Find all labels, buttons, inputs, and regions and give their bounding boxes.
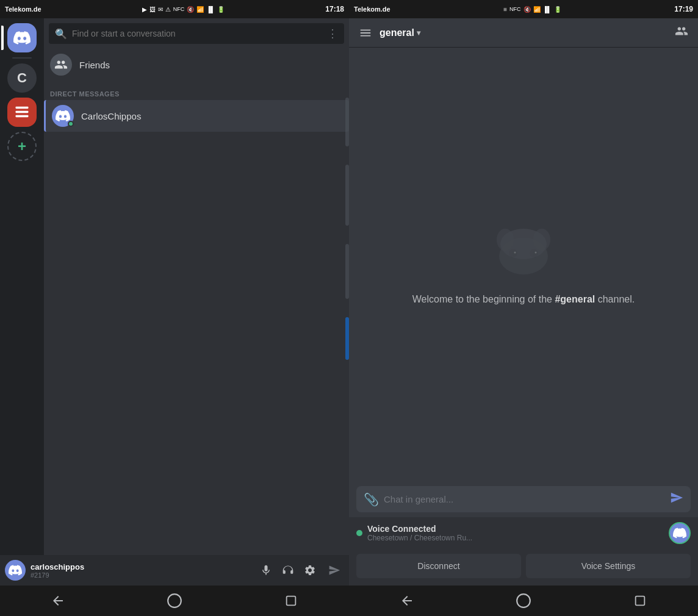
channel-bold: #general — [555, 294, 595, 304]
active-indicator — [1, 26, 4, 50]
discord-logo-large — [487, 223, 560, 278]
welcome-prefix: Welcome to the beginning of the — [412, 294, 555, 304]
dm-panel: 🔍 ⋮ Friends DIRECT MESSAGES — [44, 18, 349, 555]
microphone-button[interactable] — [256, 560, 276, 580]
scrollbar-thumb-4 — [345, 317, 349, 360]
headphones-button[interactable] — [278, 560, 298, 580]
dm-item-carloschippos[interactable]: CarlosChippos — [44, 100, 349, 132]
members-button[interactable] — [675, 24, 688, 41]
bottom-nav-right — [349, 586, 698, 616]
square-button-right[interactable] — [625, 586, 655, 615]
send-message-button[interactable] — [670, 491, 683, 507]
back-button-left[interactable] — [43, 586, 73, 615]
search-input[interactable] — [72, 29, 322, 38]
right-header: general ▾ — [349, 18, 698, 48]
username: carloschippos — [31, 562, 251, 571]
voice-settings-button[interactable]: Voice Settings — [526, 554, 691, 578]
svg-point-13 — [168, 594, 181, 607]
scrollbar-thumb-2 — [345, 165, 349, 226]
bottom-user-bar: carloschippos #2179 — [0, 555, 349, 586]
scrollbar-thumb-3 — [345, 244, 349, 299]
channel-dropdown-icon[interactable]: ▾ — [417, 29, 420, 37]
left-panel: C + 🔍 — [0, 18, 349, 586]
voice-connected-bar: Voice Connected Cheesetown / Cheesetown … — [349, 517, 698, 549]
friends-icon — [50, 54, 72, 76]
time-right: 17:19 — [674, 5, 693, 13]
mail-icon: ✉ — [158, 6, 163, 13]
menu-icon-right: ≡ — [503, 6, 507, 13]
status-icons-right: ≡ NFC 🔇 📶 ▐▌ 🔋 — [503, 6, 561, 13]
home-button-right[interactable] — [509, 586, 538, 615]
battery-icon-right: 🔋 — [554, 6, 561, 13]
user-avatar — [5, 560, 26, 581]
attach-button[interactable]: 📎 — [364, 492, 379, 507]
svg-point-15 — [517, 594, 530, 607]
back-button-right[interactable] — [392, 586, 422, 615]
welcome-suffix: channel. — [595, 294, 635, 304]
home-button-left[interactable] — [160, 586, 189, 615]
signal-icon: ▐▌ — [206, 6, 215, 13]
alert-icon: ⚠ — [165, 6, 171, 13]
voice-channel-name: Cheesetown / Cheesetown Ru... — [367, 534, 664, 542]
mute-icon: 🔇 — [187, 6, 194, 13]
server-c-icon[interactable]: C — [7, 63, 37, 93]
carrier-right: Telekom.de — [354, 5, 390, 13]
voice-connected-label: Voice Connected — [367, 524, 664, 534]
friends-item[interactable]: Friends — [44, 49, 349, 81]
server-sidebar: C + — [0, 18, 44, 555]
voice-user-avatar — [669, 522, 691, 544]
dm-section-header: DIRECT MESSAGES — [44, 81, 349, 100]
dm-username-carloschippos: CarlosChippos — [81, 111, 141, 121]
battery-icon: 🔋 — [217, 6, 225, 13]
svg-rect-16 — [635, 596, 644, 606]
server-c-letter: C — [17, 70, 27, 86]
status-bar-left: Telekom.de ▶ 🖼 ✉ ⚠ NFC 🔇 📶 ▐▌ 🔋 17:18 — [0, 0, 349, 18]
search-bar[interactable]: 🔍 ⋮ — [49, 23, 344, 44]
svg-point-12 — [535, 251, 537, 253]
server-divider — [12, 57, 32, 59]
right-content: Welcome to the beginning of the #general… — [349, 48, 698, 481]
user-tag: #2179 — [31, 571, 251, 579]
dm-avatar-carloschippos — [52, 105, 74, 127]
chat-input[interactable] — [384, 494, 665, 504]
welcome-text: Welcome to the beginning of the #general… — [412, 292, 635, 307]
status-bar-right: Telekom.de ≡ NFC 🔇 📶 ▐▌ 🔋 17:19 — [349, 0, 698, 18]
search-icon: 🔍 — [55, 28, 67, 40]
mute-icon-right: 🔇 — [524, 6, 531, 13]
settings-button[interactable] — [300, 560, 320, 580]
status-icons-left: ▶ 🖼 ✉ ⚠ NFC 🔇 📶 ▐▌ 🔋 — [142, 6, 225, 13]
bottom-controls — [256, 560, 320, 580]
time-left: 17:18 — [325, 5, 344, 13]
scrollbar-thumb-1 — [345, 98, 349, 146]
square-button-left[interactable] — [276, 586, 306, 615]
online-status-dot — [68, 121, 74, 127]
svg-rect-1 — [16, 111, 29, 113]
send-button-left[interactable] — [325, 560, 344, 580]
voice-buttons: Disconnect Voice Settings — [349, 549, 698, 586]
svg-rect-0 — [16, 107, 29, 109]
voice-connected-dot — [356, 530, 362, 536]
signal-icon-right: ▐▌ — [543, 6, 552, 13]
voice-info: Voice Connected Cheesetown / Cheesetown … — [367, 524, 664, 542]
right-panel: general ▾ — [349, 18, 698, 586]
friends-label: Friends — [79, 60, 110, 70]
bottom-nav-left — [0, 586, 349, 616]
discord-home-icon[interactable] — [7, 23, 37, 52]
svg-point-11 — [514, 251, 516, 253]
more-options-icon[interactable]: ⋮ — [327, 27, 338, 40]
svg-point-10 — [500, 229, 547, 259]
tv-icon: ▶ — [142, 6, 147, 13]
nfc-icon: NFC — [173, 6, 185, 12]
nfc-icon-right: NFC — [509, 6, 521, 12]
server-red-icon[interactable] — [7, 98, 37, 127]
wifi-icon-right: 📶 — [533, 6, 541, 13]
channel-name-text: general — [380, 27, 414, 38]
carrier-left: Telekom.de — [5, 5, 41, 13]
disconnect-button[interactable]: Disconnect — [356, 554, 521, 578]
chat-input-box: 📎 — [356, 486, 691, 512]
wifi-icon: 📶 — [196, 6, 204, 13]
svg-rect-14 — [286, 596, 295, 606]
svg-rect-2 — [16, 115, 29, 118]
add-server-button[interactable]: + — [7, 132, 37, 161]
hamburger-button[interactable] — [359, 26, 372, 40]
